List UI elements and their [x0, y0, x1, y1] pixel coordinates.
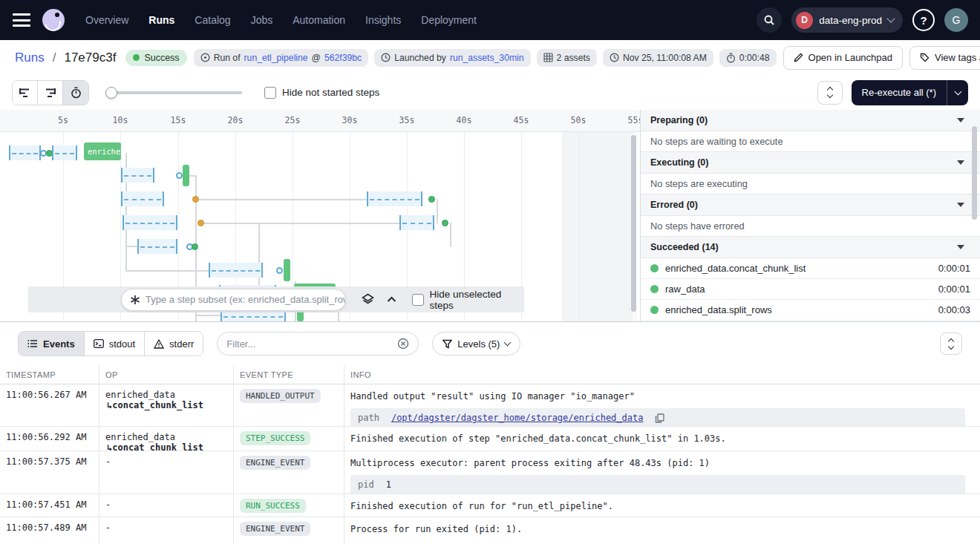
step-bar-notstarted[interactable] [209, 263, 263, 278]
hide-not-started-checkbox[interactable] [264, 87, 276, 99]
hide-not-started-toggle[interactable]: Hide not started steps [264, 87, 379, 99]
step-list-item[interactable]: raw_data0:00:01 [641, 279, 980, 300]
table-row[interactable]: 11:00:57.489 AM-ENGINE_EVENTProcess for … [0, 517, 980, 544]
gantt-future-shade [562, 132, 633, 321]
op-selector-icon [130, 295, 140, 305]
event-type-badge: RUN_SUCCESS [240, 499, 306, 513]
tag-link[interactable]: 562f39bc [324, 53, 362, 63]
dependency-line [198, 199, 368, 200]
step-duration: 0:00:01 [938, 284, 970, 295]
success-dot-icon [650, 264, 659, 272]
run-header: Runs / 17e79c3f Success Run of run_etl_p… [0, 40, 980, 75]
step-bar-success[interactable] [284, 259, 290, 281]
step-list-item[interactable]: enriched_data.concat_chunk_list0:00:01 [641, 258, 980, 279]
copy-icon[interactable] [655, 413, 664, 423]
tab-stdout[interactable]: stdout [85, 332, 145, 355]
section-header[interactable]: Succeeded (14) [641, 237, 980, 258]
circle-open[interactable] [276, 267, 283, 274]
timeline-mode-icon[interactable] [63, 81, 88, 105]
step-bar-notstarted[interactable] [137, 239, 177, 254]
step-bar-notstarted[interactable] [122, 215, 177, 230]
help-icon[interactable]: ? [912, 9, 935, 31]
dot-green[interactable] [192, 243, 198, 250]
slider-handle[interactable] [105, 87, 117, 99]
cell-timestamp: 11:00:57.375 AM [0, 451, 99, 494]
run-tag[interactable]: Run of run_etl_pipeline @ 562f39bc [194, 49, 369, 67]
step-bar-notstarted[interactable] [367, 191, 422, 206]
dot-orange[interactable] [192, 196, 199, 203]
dot-green[interactable] [442, 220, 448, 226]
step-subset-input[interactable]: Type a step subset (ex: enriched_data.sp… [121, 289, 346, 311]
step-bar-notstarted[interactable] [52, 145, 77, 160]
expand-collapse-button[interactable] [817, 81, 843, 105]
metadata-key: pid [358, 479, 374, 490]
tab-Events[interactable]: Events [19, 332, 85, 355]
op-line: enriched_data [105, 432, 233, 442]
tag-link[interactable]: run_assets_30min [450, 53, 524, 63]
filter-input[interactable]: Filter... [217, 332, 419, 355]
tab-stderr[interactable]: stderr [145, 332, 203, 355]
breadcrumb-separator: / [53, 50, 56, 65]
reexecute-button[interactable]: Re-execute all (*) [852, 80, 968, 105]
waterfall-start-icon[interactable] [13, 81, 38, 105]
step-bar-notstarted[interactable] [9, 145, 41, 160]
avatar[interactable]: G [944, 8, 968, 32]
nav-item-insights[interactable]: Insights [365, 14, 401, 26]
nav-item-overview[interactable]: Overview [85, 14, 128, 26]
open-in-launchpad-button[interactable]: Open in Launchpad [783, 46, 903, 70]
run-tag[interactable]: Launched by run_assets_30min [374, 49, 530, 67]
run-tag[interactable]: Nov 25, 11:00:08 AM [603, 49, 713, 67]
metadata-link[interactable]: /opt/dagster/dagster_home/storage/enrich… [391, 413, 644, 423]
workspace-switcher[interactable]: D data-eng-prod [791, 7, 903, 33]
breadcrumb-runs-link[interactable]: Runs [15, 50, 45, 65]
clock-icon [381, 53, 391, 62]
step-bar-notstarted[interactable] [399, 215, 434, 230]
chevron-up-icon[interactable] [387, 296, 396, 303]
step-bar-success[interactable]: enriche… [84, 142, 121, 160]
nav-item-automation[interactable]: Automation [293, 14, 345, 26]
panel-scrollbar[interactable] [972, 126, 977, 220]
zoom-slider[interactable] [105, 87, 242, 99]
table-row[interactable]: 11:00:57.375 AM-ENGINE_EVENTMultiprocess… [0, 451, 980, 494]
dot-orange[interactable] [197, 220, 204, 226]
search-icon[interactable] [757, 7, 782, 33]
hide-unselected-checkbox[interactable] [412, 294, 423, 306]
dependency-line [203, 223, 400, 224]
tag-link[interactable]: run_etl_pipeline [244, 53, 308, 63]
hide-unselected-toggle[interactable]: Hide unselected steps [412, 289, 524, 311]
section-header[interactable]: Preparing (0) [641, 110, 980, 131]
menu-icon[interactable] [13, 13, 30, 27]
step-bar-notstarted[interactable] [121, 168, 154, 183]
dot-green[interactable] [428, 196, 435, 203]
layers-icon[interactable] [362, 293, 374, 306]
cell-event-type: ENGINE_EVENT [234, 451, 344, 494]
step-selector-overlay: Type a step subset (ex: enriched_data.sp… [28, 286, 524, 312]
step-bar-notstarted[interactable] [121, 191, 164, 206]
nav-item-runs[interactable]: Runs [148, 14, 174, 26]
nav-item-catalog[interactable]: Catalog [195, 14, 230, 26]
step-list-item[interactable]: enriched_data.split_rows0:00:03 [641, 300, 980, 321]
cell-timestamp: 11:00:56.267 AM [0, 384, 99, 426]
table-row[interactable]: 11:00:57.451 AM-RUN_SUCCESSFinished exec… [0, 494, 980, 517]
nav-item-jobs[interactable]: Jobs [251, 14, 273, 26]
info-text: Handled output "result" using IO manager… [350, 390, 980, 402]
step-bar-success[interactable] [183, 165, 189, 186]
circle-open[interactable] [176, 172, 183, 179]
levels-dropdown[interactable]: Levels (5) [432, 332, 520, 355]
run-tag[interactable]: 2 assets [537, 49, 597, 67]
section-header[interactable]: Executing (0) [641, 152, 980, 174]
clear-filter-icon[interactable] [397, 338, 409, 350]
table-row[interactable]: 11:00:56.292 AMenriched_data↳concat_chun… [0, 427, 980, 451]
table-row[interactable]: 11:00:56.267 AMenriched_data↳concat_chun… [0, 384, 980, 427]
gantt-scrollbar[interactable] [631, 135, 636, 312]
run-tag[interactable]: 0:00:48 [719, 49, 777, 67]
dagster-logo-icon[interactable] [42, 9, 65, 31]
gantt-time-axis: 5s10s15s20s25s30s35s40s45s50s55s [0, 110, 640, 132]
reexecute-dropdown-icon[interactable] [947, 91, 968, 94]
section-header[interactable]: Errored (0) [641, 194, 980, 216]
nav-item-deployment[interactable]: Deployment [421, 14, 477, 26]
waterfall-end-icon[interactable] [38, 81, 63, 105]
view-tags-and-config-button[interactable]: View tags and config [909, 46, 980, 70]
expand-logs-button[interactable] [940, 332, 962, 355]
gridline [578, 132, 579, 321]
